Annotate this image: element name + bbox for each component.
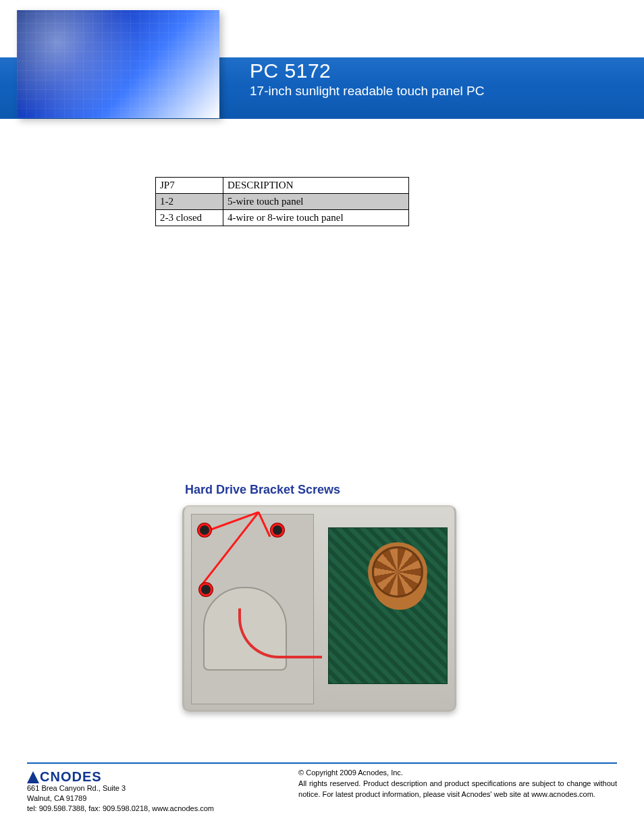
screw-marker-icon (199, 583, 213, 596)
product-subtitle: 17-inch sunlight readable touch panel PC (250, 84, 485, 99)
logo-mark-icon (27, 771, 39, 783)
footer-copyright: © Copyright 2009 Acnodes, Inc. (298, 768, 403, 777)
footer-right-column: © Copyright 2009 Acnodes, Inc. All right… (298, 768, 617, 814)
table-row: 1-2 5-wire touch panel (156, 194, 409, 210)
product-title: PC 5172 (250, 59, 485, 82)
footer-contact: tel: 909.598.7388, fax: 909.598.0218, ww… (27, 804, 214, 812)
footer-left-column: CNODES 661 Brea Canyon Rd., Suite 3 Waln… (27, 768, 287, 814)
acnodes-logo: CNODES (27, 768, 102, 783)
hard-drive-photo (182, 505, 456, 712)
table-header-description: DESCRIPTION (223, 178, 409, 194)
logo-text: CNODES (40, 769, 102, 784)
screw-marker-icon (198, 523, 211, 537)
table-cell: 5-wire touch panel (223, 194, 409, 210)
table-header-row: JP7 DESCRIPTION (156, 178, 409, 194)
cpu-fan-icon (372, 546, 423, 598)
footer-disclaimer: All rights reserved. Product description… (298, 779, 617, 798)
hard-drive-title: Hard Drive Bracket Screws (185, 483, 466, 497)
table-cell: 1-2 (156, 194, 223, 210)
footer-address-line2: Walnut, CA 91789 (27, 794, 86, 802)
page-footer: CNODES 661 Brea Canyon Rd., Suite 3 Waln… (27, 762, 617, 814)
table-header-jp7: JP7 (156, 178, 223, 194)
screw-marker-icon (271, 523, 284, 537)
header-title-block: PC 5172 17-inch sunlight readable touch … (250, 59, 485, 99)
footer-divider (27, 762, 617, 764)
jumper-table: JP7 DESCRIPTION 1-2 5-wire touch panel 2… (155, 177, 409, 226)
header-banner: PC 5172 17-inch sunlight readable touch … (0, 0, 644, 119)
hard-drive-section: Hard Drive Bracket Screws (182, 483, 466, 712)
header-decorative-image (17, 10, 219, 118)
table-cell: 4-wire or 8-wire touch panel (223, 210, 409, 226)
footer-address-line1: 661 Brea Canyon Rd., Suite 3 (27, 784, 126, 792)
table-row: 2-3 closed 4-wire or 8-wire touch panel (156, 210, 409, 226)
table-cell: 2-3 closed (156, 210, 223, 226)
